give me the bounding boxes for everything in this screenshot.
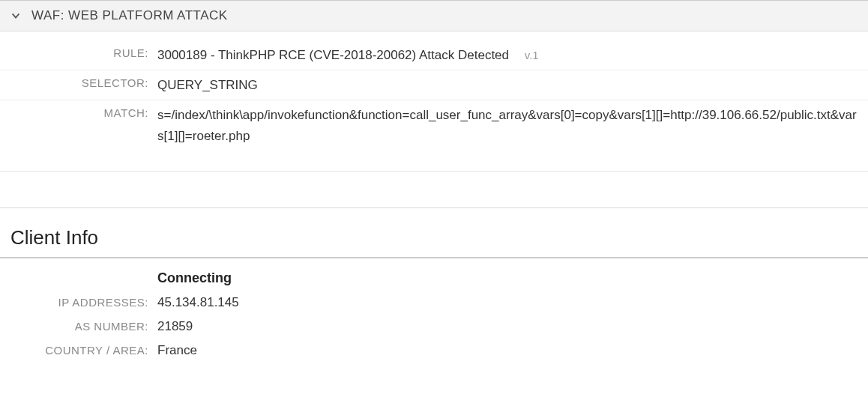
client-country-value: France [157, 343, 197, 358]
waf-selector-row: SELECTOR: QUERY_STRING [0, 70, 868, 100]
client-ip-value: 45.134.81.145 [157, 295, 239, 310]
waf-match-value: s=/index/\think\app/invokefunction&funct… [157, 105, 859, 145]
client-asn-value: 21859 [157, 319, 193, 334]
waf-section-title: WAF: WEB PLATFORM ATTACK [31, 8, 228, 23]
waf-rule-version: v.1 [525, 49, 539, 61]
waf-rule-row: RULE: 3000189 - ThinkPHP RCE (CVE-2018-2… [0, 40, 868, 70]
client-asn-row: AS NUMBER: 21859 [0, 315, 868, 339]
waf-rule-label: RULE: [0, 45, 157, 59]
waf-rule-value: 3000189 - ThinkPHP RCE (CVE-2018-20062) … [157, 45, 859, 65]
client-connecting-value: Connecting [157, 270, 232, 286]
waf-match-row: MATCH: s=/index/\think\app/invokefunctio… [0, 100, 868, 150]
client-ip-row: IP ADDRESSES: 45.134.81.145 [0, 291, 868, 315]
spacer [0, 172, 868, 207]
chevron-down-icon [10, 10, 21, 21]
waf-selector-value: QUERY_STRING [157, 75, 859, 95]
waf-rule-text: 3000189 - ThinkPHP RCE (CVE-2018-20062) … [157, 48, 509, 62]
client-connecting-row: Connecting [0, 266, 868, 291]
waf-details: RULE: 3000189 - ThinkPHP RCE (CVE-2018-2… [0, 31, 868, 154]
waf-section-header[interactable]: WAF: WEB PLATFORM ATTACK [0, 0, 868, 31]
client-ip-label: IP ADDRESSES: [0, 296, 157, 309]
client-country-row: COUNTRY / AREA: France [0, 339, 868, 363]
client-info-block: Connecting IP ADDRESSES: 45.134.81.145 A… [0, 258, 868, 363]
waf-match-label: MATCH: [0, 105, 157, 119]
client-country-label: COUNTRY / AREA: [0, 344, 157, 357]
client-info-heading: Client Info [0, 208, 868, 258]
waf-selector-label: SELECTOR: [0, 75, 157, 89]
client-asn-label: AS NUMBER: [0, 320, 157, 333]
divider [0, 154, 868, 172]
